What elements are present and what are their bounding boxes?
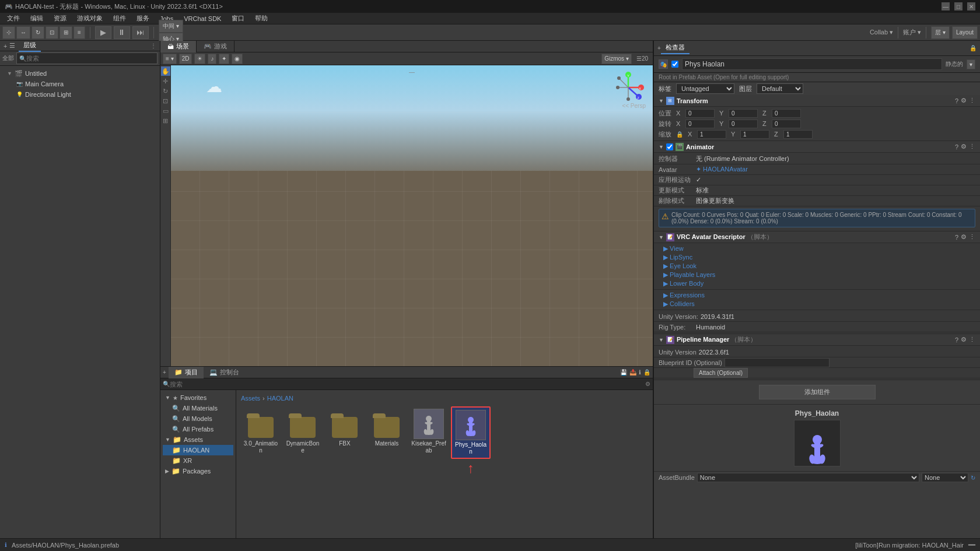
animator-avatar-value[interactable]: ✦ HAOLANAvatar <box>696 166 748 173</box>
vrc-menu-btn[interactable]: ⋮ <box>969 233 975 241</box>
project-all-materials[interactable]: 🔍 All Materials <box>163 403 233 413</box>
vrc-descriptor-header[interactable]: ▼ 📝 VRC Avatar Descriptor （脚本） ? ⚙ ⋮ <box>654 231 980 243</box>
layer-select[interactable]: Default <box>757 83 803 94</box>
project-search-input[interactable] <box>170 381 645 388</box>
minimize-button[interactable]: — <box>942 2 950 10</box>
project-all-models[interactable]: 🔍 All Models <box>163 413 233 424</box>
scene-draw-mode-btn[interactable]: ≡ ▾ <box>163 54 177 64</box>
hierarchy-tab[interactable]: 层级 <box>19 40 41 52</box>
add-component-button[interactable]: 添加组件 <box>759 385 876 399</box>
project-settings-icon[interactable]: ⚙ <box>645 381 650 387</box>
scene-2d-btn[interactable]: 2D <box>179 54 192 64</box>
scene-tool-scale[interactable]: ⊡ <box>161 96 170 106</box>
object-active-checkbox[interactable] <box>671 61 678 68</box>
play-button[interactable]: ▶ <box>95 26 111 39</box>
asset-bundle-select-1[interactable]: None <box>697 473 919 482</box>
file-item-animation[interactable]: 3.0_Animation <box>241 406 281 459</box>
transform-header[interactable]: ▼ ⊞ Transform ? ⚙ ⋮ <box>654 95 980 107</box>
transform-tool-4[interactable]: ⊞ <box>60 26 72 39</box>
scene-hidden-btn[interactable]: ◉ <box>232 54 243 64</box>
pause-button[interactable]: ⏸ <box>114 26 130 39</box>
breadcrumb-assets[interactable]: Assets <box>241 395 260 402</box>
pipeline-header[interactable]: ▼ 📝 Pipeline Manager （脚本） ? ⚙ ⋮ <box>654 334 980 346</box>
menu-assets[interactable]: 资源 <box>49 13 71 24</box>
transform-tool-1[interactable]: ↔ <box>16 26 30 39</box>
project-xr[interactable]: 📁 XR <box>163 455 233 466</box>
menu-services[interactable]: 服务 <box>132 13 154 24</box>
hierarchy-item-directional-light[interactable]: 💡 Directional Light <box>2 89 158 100</box>
project-import-btn[interactable]: 📥 <box>629 369 636 375</box>
menu-file[interactable]: 文件 <box>2 13 24 24</box>
object-name-input[interactable] <box>682 58 942 70</box>
menu-component[interactable]: 组件 <box>108 13 131 24</box>
inspector-lock-btn[interactable]: 🔒 <box>970 45 977 51</box>
hierarchy-options-btn[interactable]: ⋮ <box>150 43 156 49</box>
console-tab[interactable]: 💻 控制台 <box>204 367 245 378</box>
position-y-input[interactable] <box>729 109 758 118</box>
transform-tool-5[interactable]: ≡ <box>74 26 85 39</box>
layout-button[interactable]: Layout <box>952 26 978 39</box>
hierarchy-item-untitled[interactable]: ▼ 🎬 Untitled <box>2 68 158 79</box>
hierarchy-item-main-camera[interactable]: 📷 Main Camera <box>2 79 158 89</box>
file-item-kisekae[interactable]: Kisekae_Prefab <box>409 406 449 459</box>
file-item-materials[interactable]: Materials <box>367 406 407 459</box>
animator-header[interactable]: ▼ 🎬 Animator ? ⚙ ⋮ <box>654 141 980 153</box>
animator-menu-btn[interactable]: ⋮ <box>969 143 975 150</box>
hierarchy-menu-btn[interactable]: ☰ <box>9 42 15 50</box>
vrc-playable-item[interactable]: ▶ Playable Layers <box>654 271 980 279</box>
scene-tab[interactable]: 🏔 场景 <box>160 41 197 52</box>
scene-tool-move[interactable]: ✛ <box>161 76 170 86</box>
asset-bundle-refresh-btn[interactable]: ↻ <box>971 475 975 481</box>
rotation-x-input[interactable] <box>685 120 715 128</box>
hierarchy-add-btn[interactable]: + <box>4 43 7 50</box>
vrc-colliders-item[interactable]: ▶ Colliders <box>654 300 980 308</box>
inspector-tab[interactable]: 检查器 <box>661 42 690 54</box>
rotation-z-input[interactable] <box>772 120 801 128</box>
transform-info-btn[interactable]: ? <box>955 97 958 104</box>
vrc-lowerbody-item[interactable]: ▶ Lower Body <box>654 279 980 288</box>
hierarchy-search-input[interactable] <box>26 55 155 62</box>
game-tab[interactable]: 🎮 游戏 <box>197 41 235 52</box>
transform-settings-btn[interactable]: ⚙ <box>961 97 967 104</box>
pipeline-menu-btn[interactable]: ⋮ <box>969 336 975 343</box>
project-info-btn[interactable]: ℹ <box>639 369 641 375</box>
transform-menu-btn[interactable]: ⋮ <box>969 97 975 104</box>
file-item-dynamicbone[interactable]: DynamicBone <box>283 406 323 459</box>
static-dropdown-btn[interactable]: ▾ <box>967 59 975 69</box>
vrc-info-btn[interactable]: ? <box>955 234 958 241</box>
vrc-lipsync-item[interactable]: ▶ LipSync <box>654 253 980 262</box>
pipeline-info-btn[interactable]: ? <box>955 336 958 343</box>
transform-tool-0[interactable]: ⊹ <box>2 26 15 39</box>
project-save-btn[interactable]: 💾 <box>620 369 627 375</box>
project-lock-btn[interactable]: 🔒 <box>643 369 650 375</box>
transform-tool-2[interactable]: ↻ <box>32 26 44 39</box>
project-all-prefabs[interactable]: 🔍 All Prefabs <box>163 424 233 434</box>
animator-info-btn[interactable]: ? <box>955 143 958 150</box>
scene-tool-hand[interactable]: ✋ <box>161 66 170 76</box>
vrc-view-item[interactable]: ▶ View <box>654 244 980 253</box>
scale-z-input[interactable] <box>783 130 813 139</box>
scale-lock-icon[interactable]: 🔒 <box>676 131 683 138</box>
scene-effects-btn[interactable]: ✦ <box>219 54 229 64</box>
file-item-fbx[interactable]: FBX <box>325 406 365 459</box>
scene-viewport[interactable]: ☁ << Persp X <box>171 65 653 366</box>
project-haolan[interactable]: 📁 HAOLAN <box>163 445 233 455</box>
animator-enabled-checkbox[interactable] <box>666 143 673 150</box>
animator-settings-btn[interactable]: ⚙ <box>961 143 967 150</box>
menu-gameobject[interactable]: 游戏对象 <box>72 13 107 24</box>
breadcrumb-haolan[interactable]: HAOLAN <box>267 395 293 402</box>
project-packages[interactable]: ▶ 📁 Packages <box>163 466 233 476</box>
asset-bundle-select-2[interactable]: None <box>922 473 968 482</box>
status-slider[interactable]: ━━ <box>968 542 975 548</box>
vrc-settings-btn[interactable]: ⚙ <box>961 233 967 241</box>
layers-button[interactable]: 层 ▾ <box>931 26 950 39</box>
rotation-y-input[interactable] <box>729 120 758 128</box>
vrc-eyelook-item[interactable]: ▶ Eye Look <box>654 262 980 271</box>
vrc-expressions-item[interactable]: ▶ Expressions <box>654 291 980 300</box>
scale-y-input[interactable] <box>740 130 769 139</box>
scene-gizmos-btn[interactable]: Gizmos ▾ <box>601 54 632 64</box>
pipeline-attach-btn[interactable]: Attach (Optional) <box>694 368 748 378</box>
scene-tool-rotate[interactable]: ↻ <box>161 86 170 96</box>
position-z-input[interactable] <box>772 109 801 118</box>
center-pivot-button[interactable]: 中间 ▾ <box>159 20 183 33</box>
